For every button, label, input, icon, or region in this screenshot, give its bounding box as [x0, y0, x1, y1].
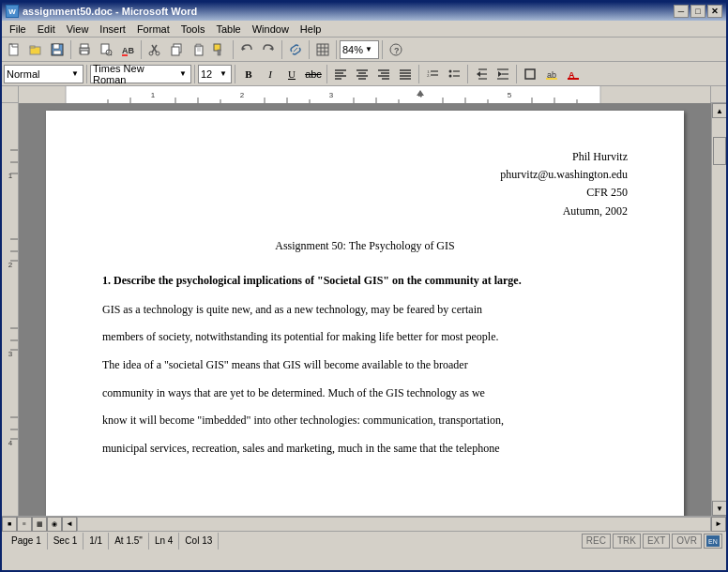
print-layout-view-button[interactable]: ▦ [32, 517, 47, 532]
document-area: 1 2 3 4 Ph [2, 103, 726, 516]
style-dropdown-arrow: ▼ [69, 69, 81, 78]
svg-text:?: ? [394, 46, 400, 55]
scroll-down-button[interactable]: ▼ [712, 501, 726, 516]
separator-2 [141, 40, 142, 59]
open-button[interactable] [25, 39, 46, 60]
fmt-sep-3 [235, 65, 235, 83]
new-button[interactable] [4, 39, 24, 60]
outside-border-button[interactable] [520, 64, 540, 84]
font-dropdown-arrow: ▼ [177, 69, 189, 78]
font-dropdown[interactable]: Times New Roman ▼ [90, 65, 191, 83]
svg-rect-22 [172, 47, 179, 55]
view-buttons: ■ ≡ ▦ ◉ [2, 517, 62, 532]
menu-window[interactable]: Window [247, 21, 295, 38]
save-button[interactable] [47, 39, 68, 60]
increase-indent-button[interactable] [493, 64, 513, 84]
menu-format[interactable]: Format [131, 21, 175, 38]
body-text: GIS as a technology is quite new, and as… [102, 300, 628, 459]
svg-line-14 [111, 54, 112, 55]
web-layout-view-button[interactable]: ◉ [47, 517, 62, 532]
svg-rect-8 [53, 51, 61, 54]
separator-5 [309, 40, 310, 59]
bulleted-list-button[interactable] [444, 64, 464, 84]
ruler-area: 1 2 3 4 5 [2, 86, 726, 103]
paragraph-2: members of society, notwithstanding its … [102, 327, 628, 348]
menu-table[interactable]: Table [210, 21, 246, 38]
decrease-indent-button[interactable] [471, 64, 492, 84]
svg-point-19 [149, 52, 153, 55]
scroll-up-button[interactable]: ▲ [712, 103, 726, 118]
normal-view-button[interactable]: ■ [2, 517, 17, 532]
font-color-button[interactable]: A [563, 64, 584, 84]
ruler: 1 2 3 4 5 [19, 86, 711, 103]
scroll-track[interactable] [712, 118, 726, 501]
undo-button[interactable] [236, 39, 257, 60]
zoom-dropdown[interactable]: 84% ▼ [340, 40, 379, 59]
align-right-button[interactable] [373, 64, 394, 84]
menu-bar: File Edit View Insert Format Tools Table… [2, 21, 726, 38]
svg-text:3: 3 [8, 350, 13, 358]
minimize-button[interactable]: ─ [674, 5, 689, 18]
status-bar: Page 1 Sec 1 1/1 At 1.5" Ln 4 Col 13 REC… [2, 531, 726, 549]
scroll-thumb[interactable] [713, 137, 726, 165]
scroll-left-button[interactable]: ◄ [62, 517, 77, 532]
fmt-sep-4 [326, 65, 327, 83]
print-preview-button[interactable] [96, 39, 116, 60]
size-dropdown[interactable]: 12 ▼ [198, 65, 232, 83]
col-status: Col 13 [179, 533, 219, 549]
standard-toolbar: ABC 84% [2, 38, 726, 62]
menu-view[interactable]: View [61, 21, 95, 38]
menu-file[interactable]: File [4, 21, 32, 38]
page-status: Page 1 [6, 533, 48, 549]
bold-button[interactable]: B [238, 64, 259, 84]
vertical-scrollbar[interactable]: ▲ ▼ [711, 103, 726, 516]
redo-button[interactable] [258, 39, 279, 60]
numbered-list-button[interactable]: 1.2. [422, 64, 443, 84]
semester: Autumn, 2002 [102, 203, 628, 220]
spell-check-button[interactable]: ABC [117, 39, 138, 60]
fmt-sep-7 [516, 65, 517, 83]
svg-text:ABC: ABC [122, 46, 134, 55]
title-bar-left: W assignment50.doc - Microsoft Word [6, 5, 197, 18]
align-left-button[interactable] [330, 64, 351, 84]
highlight-button[interactable]: ab [541, 64, 562, 84]
help-button[interactable]: ? [386, 39, 406, 60]
h-scroll-track[interactable] [77, 517, 711, 532]
separator-6 [336, 40, 337, 59]
separator-1 [70, 40, 71, 59]
maximize-button[interactable]: □ [690, 5, 705, 18]
format-painter-button[interactable] [209, 39, 230, 60]
svg-rect-24 [196, 44, 201, 47]
menu-tools[interactable]: Tools [175, 21, 211, 38]
separator-3 [233, 40, 234, 59]
strikethrough-button[interactable]: abc [303, 64, 324, 84]
paste-button[interactable] [188, 39, 208, 60]
print-button[interactable] [74, 39, 95, 60]
menu-insert[interactable]: Insert [94, 21, 131, 38]
size-dropdown-arrow: ▼ [218, 69, 229, 78]
fmt-sep-1 [86, 65, 87, 83]
rec-mode: REC [582, 534, 611, 549]
style-dropdown[interactable]: Normal ▼ [4, 65, 83, 83]
align-center-button[interactable] [352, 64, 372, 84]
menu-help[interactable]: Help [295, 21, 327, 38]
copy-button[interactable] [166, 39, 187, 60]
outline-view-button[interactable]: ≡ [17, 517, 32, 532]
fmt-sep-2 [194, 65, 195, 83]
italic-button[interactable]: I [260, 64, 281, 84]
cut-button[interactable] [144, 39, 165, 60]
hyperlink-button[interactable] [285, 39, 306, 60]
title-bar-buttons: ─ □ ✕ [674, 5, 722, 18]
align-justify-button[interactable] [395, 64, 416, 84]
svg-rect-28 [218, 50, 220, 55]
menu-edit[interactable]: Edit [32, 21, 61, 38]
separator-7 [382, 40, 383, 59]
scroll-right-button[interactable]: ► [711, 517, 726, 532]
close-button[interactable]: ✕ [707, 5, 722, 18]
vertical-ruler: 1 2 3 4 [2, 103, 19, 516]
paragraph-5: know it will become "imbedded" into othe… [102, 411, 628, 431]
table-button[interactable] [312, 39, 333, 60]
word-app-icon: W [6, 5, 19, 18]
underline-button[interactable]: U [281, 64, 302, 84]
ruler-left-margin [2, 86, 19, 102]
